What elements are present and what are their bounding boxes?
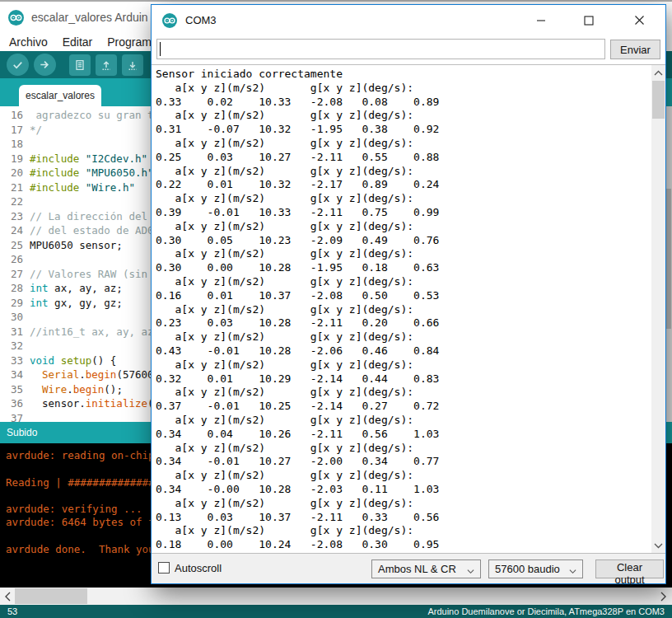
- serial-output-line: 0.34 0.04 10.26 -2.11 0.56 1.03: [156, 428, 665, 442]
- line-number: 29: [0, 296, 30, 311]
- status-message: Subido: [7, 427, 37, 438]
- chevron-down-icon: [569, 565, 576, 573]
- screen: escalar_valores Arduin ArchivoEditarProg…: [0, 0, 672, 618]
- serial-output-line: 0.22 0.01 10.32 -2.17 0.89 0.24: [156, 178, 665, 192]
- status-line-number: 53: [7, 606, 17, 616]
- serial-output-line: a[x y z](m/s2) g[x y z](deg/s):: [156, 109, 665, 123]
- line-number: 23: [0, 209, 30, 224]
- scroll-left-arrow-icon[interactable]: [1, 589, 14, 603]
- line-number: 37: [0, 411, 30, 423]
- send-button[interactable]: Enviar: [610, 40, 660, 59]
- serial-output-line: 0.31 -0.07 10.32 -1.95 0.38 0.92: [156, 123, 665, 137]
- menu-item[interactable]: Archivo: [2, 35, 55, 49]
- code-text: // del estado de AD0.: [30, 223, 160, 238]
- code-text: [30, 137, 36, 152]
- serial-output-line: a[x y z](m/s2) g[x y z](deg/s):: [156, 330, 665, 344]
- line-number: 27: [0, 267, 30, 282]
- code-text: MPU6050 sensor;: [30, 238, 123, 253]
- line-number: 24: [0, 223, 30, 238]
- serial-output-line: 0.30 0.00 10.28 -1.95 0.18 0.63: [156, 261, 665, 275]
- line-number: 25: [0, 238, 30, 253]
- serial-output-line: a[x y z](m/s2) g[x y z](deg/s):: [156, 358, 665, 372]
- code-text: int gx, gy, gz;: [30, 296, 123, 311]
- save-sketch-button[interactable]: [122, 54, 143, 76]
- line-number: 36: [0, 396, 30, 411]
- serial-scrollbar-thumb[interactable]: [652, 81, 665, 119]
- serial-monitor-title-bar[interactable]: COM3: [152, 5, 665, 35]
- serial-output-line: a[x y z](m/s2) g[x y z](deg/s):: [156, 220, 665, 234]
- serial-input-field[interactable]: [156, 39, 605, 59]
- serial-monitor-title: COM3: [185, 14, 217, 26]
- clear-output-button[interactable]: Clear output: [595, 559, 664, 578]
- serial-output-line: 0.23 0.03 10.28 -2.11 0.20 0.66: [156, 316, 665, 330]
- line-ending-value: Ambos NL & CR: [378, 563, 456, 575]
- line-number: 22: [0, 194, 30, 209]
- upload-button[interactable]: [34, 54, 56, 76]
- serial-output-line: 0.34 -0.00 10.28 -2.03 0.11 1.03: [156, 483, 665, 497]
- line-number: 20: [0, 166, 30, 180]
- serial-monitor-controls: Autoscroll Ambos NL & CR 57600 baudio Cl…: [152, 553, 665, 583]
- code-text: [30, 411, 36, 423]
- serial-scrollbar[interactable]: [651, 65, 665, 553]
- open-sketch-button[interactable]: [96, 54, 117, 76]
- serial-monitor-window: COM3 Enviar Sensor iniciado correctament…: [151, 4, 666, 584]
- serial-output-line: a[x y z](m/s2) g[x y z](deg/s):: [156, 82, 665, 96]
- serial-output[interactable]: Sensor iniciado correctamente a[x y z](m…: [152, 64, 665, 553]
- autoscroll-checkbox[interactable]: [158, 562, 170, 574]
- code-text: int ax, ay, az;: [30, 281, 123, 296]
- scroll-right-arrow-icon[interactable]: [656, 589, 670, 603]
- code-text: [30, 194, 36, 209]
- scroll-up-arrow-icon[interactable]: [651, 66, 665, 80]
- code-text: // Valores RAW (sin pr: [30, 267, 166, 282]
- serial-output-line: 0.25 0.03 10.27 -2.11 0.55 0.88: [156, 151, 665, 165]
- status-board-info: Arduino Duemilanove or Diecimila, ATmega…: [427, 606, 665, 616]
- code-text: #include "MPU6050.h": [30, 166, 154, 180]
- serial-output-line: 0.30 0.05 10.23 -2.09 0.49 0.76: [156, 234, 665, 248]
- horizontal-scrollbar-thumb[interactable]: [15, 588, 87, 604]
- horizontal-scrollbar[interactable]: [0, 588, 672, 605]
- serial-output-line: a[x y z](m/s2) g[x y z](deg/s):: [156, 192, 665, 206]
- code-text: Serial.begin(57600);: [30, 368, 166, 382]
- scroll-down-arrow-icon[interactable]: [651, 538, 665, 552]
- arduino-logo-icon: [8, 10, 24, 26]
- code-text: // La dirección del MP: [30, 209, 166, 224]
- code-text: #include "Wire.h": [30, 180, 135, 195]
- arduino-logo-icon: [162, 13, 177, 28]
- editor-scrollbar-thumb[interactable]: [665, 189, 671, 329]
- close-button[interactable]: [621, 5, 657, 35]
- line-ending-select[interactable]: Ambos NL & CR: [371, 559, 481, 578]
- code-text: sensor.initialize();: [30, 396, 166, 411]
- line-number: 32: [0, 339, 30, 353]
- serial-output-line: 0.34 -0.01 10.27 -2.00 0.34 0.77: [156, 455, 665, 469]
- serial-output-line: 0.39 -0.01 10.33 -2.11 0.75 0.99: [156, 206, 665, 220]
- ide-status-bar: 53 Arduino Duemilanove or Diecimila, ATm…: [0, 605, 672, 618]
- serial-output-line: a[x y z](m/s2) g[x y z](deg/s):: [156, 524, 665, 538]
- line-number: 31: [0, 325, 30, 339]
- code-text: [30, 252, 36, 267]
- verify-button[interactable]: [7, 54, 29, 76]
- serial-output-line: a[x y z](m/s2) g[x y z](deg/s):: [156, 137, 665, 151]
- serial-output-line: Sensor iniciado correctamente: [156, 68, 665, 82]
- serial-output-line: 0.33 0.02 10.33 -2.08 0.08 0.89: [156, 96, 665, 110]
- maximize-button[interactable]: [571, 5, 607, 35]
- baud-rate-select[interactable]: 57600 baudio: [488, 559, 583, 578]
- serial-output-line: a[x y z](m/s2) g[x y z](deg/s):: [156, 414, 665, 428]
- line-number: 16: [0, 108, 30, 123]
- menu-item[interactable]: Editar: [55, 35, 100, 49]
- tab-escalar-valores[interactable]: escalar_valores: [19, 85, 101, 106]
- code-text: #include "I2Cdev.h": [30, 152, 147, 166]
- new-sketch-button[interactable]: [69, 54, 91, 76]
- minimize-button[interactable]: [523, 5, 559, 35]
- chevron-down-icon: [467, 565, 474, 573]
- code-text: void setup() {: [30, 353, 116, 368]
- code-text: //int16_t ax, ay, az,g: [30, 325, 166, 339]
- autoscroll-label: Autoscroll: [175, 562, 222, 574]
- ide-window-title: escalar_valores Arduin: [31, 11, 148, 24]
- line-number: 33: [0, 353, 30, 368]
- line-number: 19: [0, 152, 30, 166]
- code-text: [30, 339, 36, 353]
- serial-output-line: 0.16 0.01 10.37 -2.08 0.50 0.53: [156, 289, 665, 303]
- line-number: 34: [0, 368, 30, 382]
- code-text: Wire.begin();: [30, 382, 123, 397]
- serial-output-line: a[x y z](m/s2) g[x y z](deg/s):: [156, 442, 665, 456]
